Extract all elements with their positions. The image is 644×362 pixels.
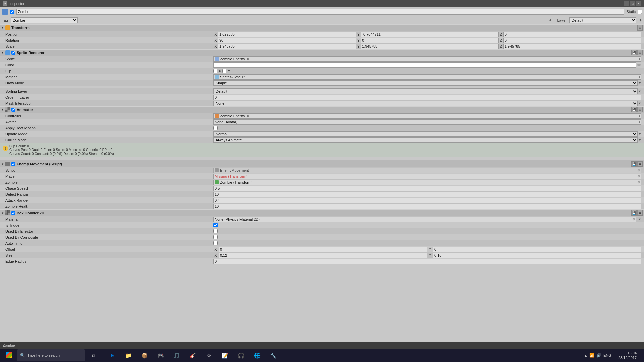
box-collider-settings-btn[interactable]: ⚙ bbox=[637, 210, 643, 216]
pos-y-input[interactable] bbox=[361, 32, 498, 37]
box-collider-section-header[interactable]: ▼ Box Collider 2D 💾 ⚙ bbox=[0, 209, 644, 216]
inspector-content[interactable]: ▼ Transform ⚙ Position X Y Z Rotation X bbox=[0, 24, 644, 342]
chase-speed-input[interactable] bbox=[213, 186, 641, 191]
show-desktop-button[interactable] bbox=[641, 349, 643, 361]
tray-arrow[interactable]: ▲ bbox=[584, 354, 587, 357]
apply-root-motion-checkbox[interactable] bbox=[213, 126, 218, 130]
task-view-button[interactable]: ⧉ bbox=[86, 349, 101, 361]
mask-interaction-dropdown[interactable]: None bbox=[213, 101, 638, 106]
controller-circle[interactable]: ⊙ bbox=[637, 114, 640, 118]
edge-radius-input[interactable] bbox=[213, 259, 641, 264]
flip-y-checkbox[interactable] bbox=[222, 69, 226, 73]
color-swatch[interactable] bbox=[213, 62, 636, 68]
transform-section-header[interactable]: ▼ Transform ⚙ bbox=[0, 24, 644, 31]
app5-button[interactable]: ⚙ bbox=[202, 349, 216, 361]
app4-button[interactable]: 🎸 bbox=[185, 349, 200, 361]
app6-button[interactable]: 📝 bbox=[218, 349, 232, 361]
auto-tiling-checkbox[interactable] bbox=[213, 241, 218, 245]
box-collider-enabled-checkbox[interactable] bbox=[11, 211, 15, 215]
scale-y-input[interactable] bbox=[361, 44, 498, 49]
edge-button[interactable]: e bbox=[105, 349, 120, 361]
culling-mode-label: Culling Mode bbox=[5, 138, 213, 142]
color-picker-button[interactable]: ✏ bbox=[637, 62, 641, 68]
app9-button[interactable]: 🔧 bbox=[266, 349, 281, 361]
tag-dropdown[interactable]: Zombie bbox=[11, 17, 78, 23]
avatar-circle[interactable]: ⊙ bbox=[637, 120, 640, 124]
bc-material-circle[interactable]: ⊙ bbox=[632, 217, 635, 221]
object-name-input[interactable] bbox=[16, 9, 624, 15]
animator-save-btn[interactable]: 💾 bbox=[631, 107, 637, 112]
scale-x-input[interactable] bbox=[218, 44, 356, 49]
transform-section-buttons: ⚙ bbox=[637, 25, 643, 31]
used-by-effector-checkbox[interactable] bbox=[213, 229, 218, 233]
start-button[interactable] bbox=[1, 349, 16, 361]
sprite-ref[interactable]: Zombie Enemy_0 ⊙ bbox=[213, 56, 641, 62]
maximize-button[interactable]: □ bbox=[630, 1, 635, 6]
is-trigger-checkbox[interactable] bbox=[213, 223, 218, 227]
player-circle[interactable]: ⊙ bbox=[637, 174, 640, 178]
order-in-layer-input[interactable] bbox=[213, 95, 641, 100]
material-ref[interactable]: Sprites-Default ⊙ bbox=[213, 74, 641, 80]
files-button[interactable]: 📁 bbox=[121, 349, 136, 361]
sprite-renderer-section-header[interactable]: ▼ Sprite Renderer 💾 ⚙ bbox=[0, 49, 644, 56]
size-y-input[interactable] bbox=[433, 253, 641, 258]
attack-range-input[interactable] bbox=[213, 198, 641, 203]
app1-button[interactable]: 📦 bbox=[137, 349, 152, 361]
size-x-input[interactable] bbox=[219, 253, 427, 258]
zombie-circle[interactable]: ⊙ bbox=[637, 180, 640, 184]
app8-button[interactable]: 🌐 bbox=[250, 349, 265, 361]
rot-z-input[interactable] bbox=[503, 38, 641, 43]
rot-x-input[interactable] bbox=[218, 38, 356, 43]
animator-settings-btn[interactable]: ⚙ bbox=[637, 107, 643, 112]
script-circle[interactable]: ⊙ bbox=[637, 168, 640, 172]
app7-button[interactable]: 🎧 bbox=[234, 349, 249, 361]
flip-x-checkbox[interactable] bbox=[213, 69, 217, 73]
player-ref[interactable]: Missing (Transform) ⊙ bbox=[213, 174, 641, 179]
offset-row: Offset X Y bbox=[0, 246, 644, 252]
sorting-layer-dropdown[interactable]: Default bbox=[213, 88, 638, 94]
update-mode-arrow: ▼ bbox=[638, 132, 641, 136]
transform-edit-btn[interactable]: ⚙ bbox=[637, 25, 643, 31]
pos-x-input[interactable] bbox=[218, 32, 356, 37]
controller-ref[interactable]: Zombie Enemy_0 ⊙ bbox=[213, 113, 641, 119]
app2-button[interactable]: 🎮 bbox=[153, 349, 168, 361]
minimize-button[interactable]: ─ bbox=[624, 1, 629, 6]
static-checkbox[interactable] bbox=[638, 10, 642, 14]
material-ref-text: Sprites-Default bbox=[220, 75, 245, 79]
enemy-movement-settings-btn[interactable]: ⚙ bbox=[637, 161, 643, 167]
scale-z-input[interactable] bbox=[503, 44, 641, 49]
used-by-composite-checkbox[interactable] bbox=[213, 235, 218, 239]
sprite-renderer-save-btn[interactable]: 💾 bbox=[631, 50, 637, 55]
animator-enabled-checkbox[interactable] bbox=[11, 108, 15, 112]
sprite-ref-circle[interactable]: ⊙ bbox=[637, 57, 640, 61]
offset-x-input[interactable] bbox=[219, 247, 427, 252]
app3-button[interactable]: 🎵 bbox=[169, 349, 184, 361]
update-mode-dropdown[interactable]: Normal bbox=[213, 131, 638, 137]
sprite-renderer-settings-btn[interactable]: ⚙ bbox=[637, 50, 643, 55]
zombie-ref[interactable]: Zombie (Transform) ⊙ bbox=[213, 180, 641, 185]
enemy-movement-enabled-checkbox[interactable] bbox=[11, 162, 15, 166]
script-ref[interactable]: EnemyMovement ⊙ bbox=[213, 168, 641, 173]
box-collider-save-btn[interactable]: 💾 bbox=[631, 210, 637, 216]
rot-y-input[interactable] bbox=[361, 38, 498, 43]
bc-material-value: None (Physics Material 2D) ⊙ ▼ bbox=[213, 217, 641, 222]
offset-y-input[interactable] bbox=[433, 247, 641, 252]
animator-section-header[interactable]: ▼ Animator 💾 ⚙ bbox=[0, 106, 644, 113]
avatar-ref[interactable]: None (Avatar) ⊙ bbox=[213, 119, 641, 125]
detect-range-input[interactable] bbox=[213, 192, 641, 197]
object-active-checkbox[interactable] bbox=[10, 10, 14, 14]
enemy-movement-section-header[interactable]: ▼ Enemy Movement (Script) 💾 ⚙ bbox=[0, 161, 644, 167]
sprite-renderer-enabled-checkbox[interactable] bbox=[11, 51, 15, 55]
position-label: Position bbox=[5, 32, 213, 36]
zombie-health-input[interactable] bbox=[213, 204, 641, 209]
material-ref-circle[interactable]: ⊙ bbox=[637, 75, 640, 79]
clock[interactable]: 13:04 23/12/2017 bbox=[615, 351, 639, 360]
enemy-movement-save-btn[interactable]: 💾 bbox=[631, 161, 637, 167]
search-button[interactable]: 🔍 Type here to search bbox=[17, 349, 85, 361]
close-button[interactable]: ✕ bbox=[636, 1, 641, 6]
culling-mode-dropdown[interactable]: Always Animate bbox=[213, 137, 638, 143]
bc-material-ref[interactable]: None (Physics Material 2D) ⊙ bbox=[213, 217, 636, 222]
layer-dropdown[interactable]: Default bbox=[569, 17, 636, 23]
draw-mode-dropdown[interactable]: Simple bbox=[213, 80, 638, 86]
pos-z-input[interactable] bbox=[503, 32, 641, 37]
